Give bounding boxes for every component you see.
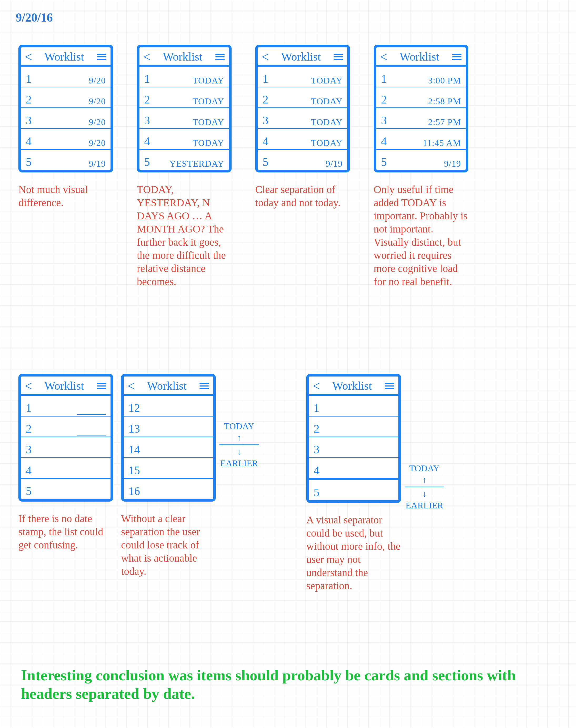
list-item[interactable]: 1TODAY bbox=[140, 66, 229, 87]
side-annotation: TODAY ↑ ↓ EARLIER bbox=[220, 421, 259, 468]
variant-6: < Worklist 12. 13. 14. 15. 16. Without a… bbox=[121, 374, 216, 578]
mock-phone: < Worklist 19/20 29/20 39/20 49/20 59/19 bbox=[19, 45, 113, 172]
variant-3: < Worklist 1TODAY 2TODAY 3TODAY 4TODAY 5… bbox=[255, 45, 350, 209]
list-item[interactable]: 19/20 bbox=[21, 66, 111, 87]
variant-4: < Worklist 13:00 PM 22:58 PM 32:57 PM 41… bbox=[374, 45, 468, 288]
annotation: If there is no date stamp, the list coul… bbox=[19, 512, 113, 552]
list-item[interactable]: 5. bbox=[21, 479, 111, 499]
list-item[interactable]: 4. bbox=[309, 458, 398, 480]
phone-header: < Worklist bbox=[21, 376, 111, 396]
back-icon[interactable]: < bbox=[25, 50, 32, 63]
variant-row-2: < Worklist 1 2 3. 4. 5. If there is no d… bbox=[19, 374, 444, 592]
side-label-top: TODAY bbox=[409, 464, 439, 473]
annotation: Not much visual difference. bbox=[19, 183, 113, 209]
screen-title: Worklist bbox=[320, 379, 384, 393]
screen-title: Worklist bbox=[269, 50, 333, 63]
menu-icon[interactable] bbox=[452, 53, 462, 61]
back-icon[interactable]: < bbox=[262, 50, 269, 63]
mock-phone: < Worklist 1 2 3. 4. 5. bbox=[19, 374, 113, 502]
list-item[interactable]: 59/19 bbox=[258, 150, 347, 170]
list-item[interactable]: 1TODAY bbox=[258, 66, 347, 87]
side-annotation: TODAY ↑ ↓ EARLIER bbox=[405, 464, 444, 510]
list-item[interactable]: 5YESTERDAY bbox=[140, 150, 229, 170]
screen-title: Worklist bbox=[150, 50, 215, 63]
annotation: Without a clear separation the user coul… bbox=[121, 512, 216, 578]
phone-header: < Worklist bbox=[124, 376, 213, 396]
list-item[interactable]: 14. bbox=[124, 437, 213, 458]
annotation: A visual separator could be used, but wi… bbox=[306, 513, 401, 592]
mock-phone: < Worklist 1TODAY 2TODAY 3TODAY 4TODAY 5… bbox=[137, 45, 232, 172]
list-item[interactable]: 49/20 bbox=[21, 129, 111, 150]
arrow-down-icon: ↓ bbox=[422, 489, 427, 499]
variant-7-wrap: < Worklist 1. 2. 3. 4. 5. A visual separ… bbox=[306, 374, 444, 592]
menu-icon[interactable] bbox=[96, 382, 107, 390]
list-item[interactable]: 16. bbox=[124, 479, 213, 499]
list-item[interactable]: 59/19 bbox=[376, 150, 466, 170]
list-item[interactable]: 59/19 bbox=[21, 150, 111, 170]
divider-icon bbox=[220, 444, 259, 445]
screen-title: Worklist bbox=[32, 379, 96, 393]
menu-icon[interactable] bbox=[215, 53, 225, 61]
menu-icon[interactable] bbox=[384, 382, 395, 390]
list-item[interactable]: 3TODAY bbox=[258, 108, 347, 129]
back-icon[interactable]: < bbox=[380, 50, 387, 63]
blank-date bbox=[77, 427, 106, 436]
variant-5: < Worklist 1 2 3. 4. 5. If there is no d… bbox=[19, 374, 113, 552]
mock-phone: < Worklist 13:00 PM 22:58 PM 32:57 PM 41… bbox=[374, 45, 468, 172]
screen-title: Worklist bbox=[387, 50, 452, 63]
variant-6-wrap: < Worklist 12. 13. 14. 15. 16. Without a… bbox=[121, 374, 259, 578]
list-item[interactable]: 13:00 PM bbox=[376, 66, 466, 87]
list-item[interactable]: 3. bbox=[309, 437, 398, 458]
screen-title: Worklist bbox=[32, 50, 96, 63]
list-item[interactable]: 13. bbox=[124, 417, 213, 437]
side-label-top: TODAY bbox=[224, 421, 254, 431]
list-item[interactable]: 3TODAY bbox=[140, 108, 229, 129]
variant-1: < Worklist 19/20 29/20 39/20 49/20 59/19… bbox=[19, 45, 113, 209]
side-label-bottom: EARLIER bbox=[220, 458, 258, 468]
phone-header: < Worklist bbox=[140, 47, 229, 66]
list-item[interactable]: 3. bbox=[21, 437, 111, 458]
list-item[interactable]: 411:45 AM bbox=[376, 129, 466, 150]
variant-row-1: < Worklist 19/20 29/20 39/20 49/20 59/19… bbox=[19, 45, 468, 288]
list-item[interactable]: 12. bbox=[124, 396, 213, 417]
back-icon[interactable]: < bbox=[127, 380, 135, 393]
arrow-up-icon: ↑ bbox=[237, 433, 241, 443]
menu-icon[interactable] bbox=[96, 53, 107, 61]
arrow-up-icon: ↑ bbox=[422, 475, 427, 485]
list-item[interactable]: 2TODAY bbox=[258, 87, 347, 108]
list-item[interactable]: 22:58 PM bbox=[376, 87, 466, 108]
list-item[interactable]: 5. bbox=[309, 480, 398, 500]
list-item[interactable]: 2 bbox=[21, 417, 111, 437]
screen-title: Worklist bbox=[135, 379, 199, 393]
variant-2: < Worklist 1TODAY 2TODAY 3TODAY 4TODAY 5… bbox=[137, 45, 232, 288]
annotation: Clear separation of today and not today. bbox=[255, 183, 350, 209]
arrow-down-icon: ↓ bbox=[237, 447, 241, 457]
menu-icon[interactable] bbox=[333, 53, 344, 61]
menu-icon[interactable] bbox=[199, 382, 209, 390]
list-item[interactable]: 1 bbox=[21, 396, 111, 417]
list-item[interactable]: 4TODAY bbox=[140, 129, 229, 150]
blank-date bbox=[77, 407, 106, 415]
list-item[interactable]: 32:57 PM bbox=[376, 108, 466, 129]
list-item[interactable]: 2TODAY bbox=[140, 87, 229, 108]
mock-phone: < Worklist 1. 2. 3. 4. 5. bbox=[306, 374, 401, 503]
page-date: 9/20/16 bbox=[16, 10, 53, 25]
phone-header: < Worklist bbox=[309, 376, 398, 396]
list-item[interactable]: 1. bbox=[309, 396, 398, 417]
phone-header: < Worklist bbox=[258, 47, 347, 66]
list-item[interactable]: 39/20 bbox=[21, 108, 111, 129]
annotation: TODAY, YESTERDAY, N DAYS AGO … A MONTH A… bbox=[137, 183, 232, 288]
list-item[interactable]: 4. bbox=[21, 458, 111, 479]
phone-header: < Worklist bbox=[21, 47, 111, 66]
back-icon[interactable]: < bbox=[25, 380, 32, 393]
list-item[interactable]: 4TODAY bbox=[258, 129, 347, 150]
list-item[interactable]: 29/20 bbox=[21, 87, 111, 108]
back-icon[interactable]: < bbox=[143, 50, 150, 63]
list-item[interactable]: 2. bbox=[309, 417, 398, 437]
back-icon[interactable]: < bbox=[313, 380, 320, 393]
mock-phone: < Worklist 1TODAY 2TODAY 3TODAY 4TODAY 5… bbox=[255, 45, 350, 172]
mock-phone: < Worklist 12. 13. 14. 15. 16. bbox=[121, 374, 216, 502]
list-item[interactable]: 15. bbox=[124, 458, 213, 479]
phone-header: < Worklist bbox=[376, 47, 466, 66]
annotation: Only useful if time added TODAY is impor… bbox=[374, 183, 468, 288]
